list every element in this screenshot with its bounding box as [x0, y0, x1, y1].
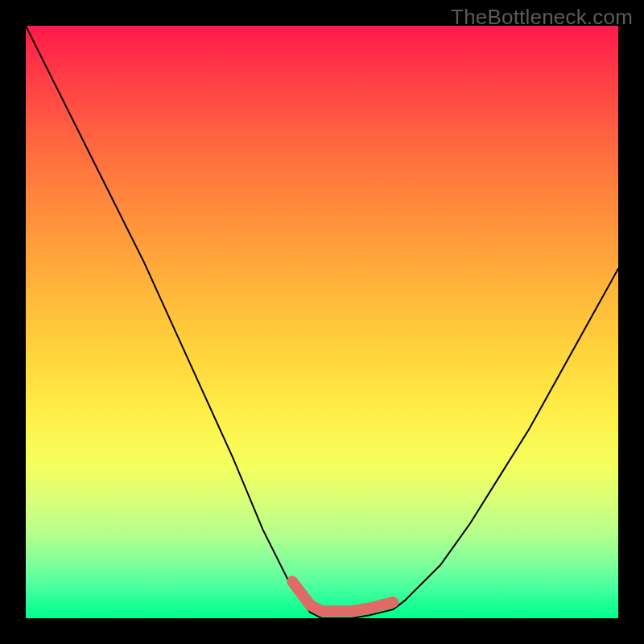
chart-frame: TheBottleneck.com — [0, 0, 644, 644]
curve-path — [26, 26, 618, 618]
accent-band — [292, 581, 393, 611]
chart-svg — [26, 26, 618, 618]
plot-area — [26, 26, 618, 618]
